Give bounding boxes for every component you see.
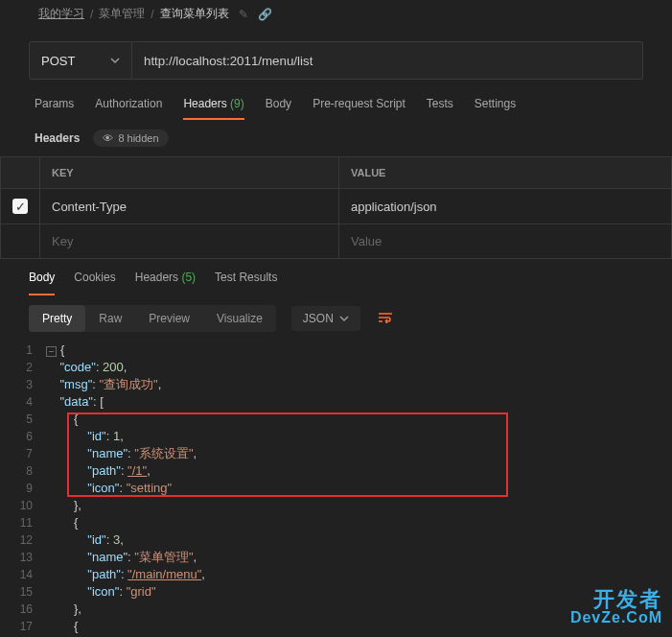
table-row[interactable]: ✓ Content-Type application/json bbox=[1, 189, 672, 224]
code-line: 11 { bbox=[15, 514, 672, 531]
code-line: 14 "path": "/main/menu", bbox=[15, 566, 672, 583]
resp-tab-cookies[interactable]: Cookies bbox=[74, 271, 115, 295]
eye-icon: 👁 bbox=[103, 132, 113, 144]
fmt-raw[interactable]: Raw bbox=[85, 305, 135, 332]
table-row-empty[interactable]: Key Value bbox=[1, 224, 672, 259]
cell-value[interactable]: application/json bbox=[338, 189, 671, 224]
headers-table: KEY VALUE ✓ Content-Type application/jso… bbox=[0, 156, 672, 259]
code-line: 4 "data": [ bbox=[15, 393, 672, 411]
method-label: POST bbox=[41, 54, 75, 68]
code-line: 8 "path": "/1", bbox=[15, 462, 672, 480]
headers-label: Headers bbox=[35, 131, 80, 145]
breadcrumb-root[interactable]: 我的学习 bbox=[38, 6, 84, 22]
url-input[interactable] bbox=[132, 41, 643, 80]
headers-subheader: Headers 👁 8 hidden bbox=[0, 120, 672, 156]
request-tabs: Params Authorization Headers (9) Body Pr… bbox=[0, 83, 672, 120]
resp-tab-results[interactable]: Test Results bbox=[215, 271, 277, 295]
wrap-lines-button[interactable] bbox=[368, 306, 403, 332]
code-line: 12 "id": 3, bbox=[15, 531, 672, 549]
code-line: 10 }, bbox=[15, 497, 672, 514]
breadcrumb: 我的学习 / 菜单管理 / 查询菜单列表 ✎ 🔗 bbox=[0, 0, 672, 28]
code-line: 13 "name": "菜单管理", bbox=[15, 549, 672, 566]
method-select[interactable]: POST bbox=[29, 41, 132, 80]
link-icon[interactable]: 🔗 bbox=[258, 8, 272, 21]
fmt-pretty[interactable]: Pretty bbox=[29, 305, 85, 332]
tab-params[interactable]: Params bbox=[35, 97, 74, 120]
tab-prerequest[interactable]: Pre-request Script bbox=[313, 97, 406, 120]
wrap-icon bbox=[378, 312, 393, 323]
hidden-toggle[interactable]: 👁 8 hidden bbox=[93, 130, 168, 147]
format-row: Pretty Raw Preview Visualize JSON bbox=[0, 295, 672, 342]
code-line: 6 "id": 1, bbox=[15, 428, 672, 445]
breadcrumb-sep: / bbox=[151, 8, 153, 21]
request-row: POST bbox=[0, 28, 672, 83]
code-line: 2 "code": 200, bbox=[15, 359, 672, 376]
resp-tab-body[interactable]: Body bbox=[29, 271, 55, 295]
breadcrumb-mid[interactable]: 菜单管理 bbox=[99, 6, 145, 22]
fmt-preview[interactable]: Preview bbox=[135, 305, 203, 332]
headers-count: (9) bbox=[230, 97, 244, 110]
col-value: VALUE bbox=[338, 157, 671, 189]
code-line: 7 "name": "系统设置", bbox=[15, 445, 672, 462]
code-line: 1–{ bbox=[15, 342, 672, 359]
chevron-down-icon bbox=[110, 56, 120, 65]
format-group: Pretty Raw Preview Visualize bbox=[29, 305, 276, 332]
edit-icon[interactable]: ✎ bbox=[239, 8, 248, 21]
tab-tests[interactable]: Tests bbox=[427, 97, 453, 120]
response-tabs: Body Cookies Headers (5) Test Results bbox=[0, 259, 672, 295]
breadcrumb-sep: / bbox=[90, 8, 93, 21]
tab-body[interactable]: Body bbox=[266, 97, 291, 120]
cell-value-ph[interactable]: Value bbox=[338, 224, 671, 259]
breadcrumb-current: 查询菜单列表 bbox=[160, 6, 229, 22]
tab-settings[interactable]: Settings bbox=[475, 97, 516, 120]
resp-tab-headers[interactable]: Headers (5) bbox=[135, 271, 196, 295]
row-checkbox[interactable]: ✓ bbox=[12, 199, 28, 214]
watermark: 开发者 DevZe.CoM bbox=[570, 589, 662, 625]
tab-headers[interactable]: Headers (9) bbox=[183, 97, 243, 120]
col-checkbox bbox=[1, 157, 40, 189]
fmt-visualize[interactable]: Visualize bbox=[203, 305, 276, 332]
cell-key-ph[interactable]: Key bbox=[40, 224, 339, 259]
cell-key[interactable]: Content-Type bbox=[40, 189, 339, 224]
code-line: 9 "icon": "setting" bbox=[15, 480, 672, 497]
code-line: 5 { bbox=[15, 411, 672, 428]
col-key: KEY bbox=[40, 157, 339, 189]
tab-authorization[interactable]: Authorization bbox=[95, 97, 162, 120]
lang-select[interactable]: JSON bbox=[291, 306, 360, 331]
code-line: 3 "msg": "查询成功", bbox=[15, 376, 672, 393]
chevron-down-icon bbox=[339, 314, 349, 323]
